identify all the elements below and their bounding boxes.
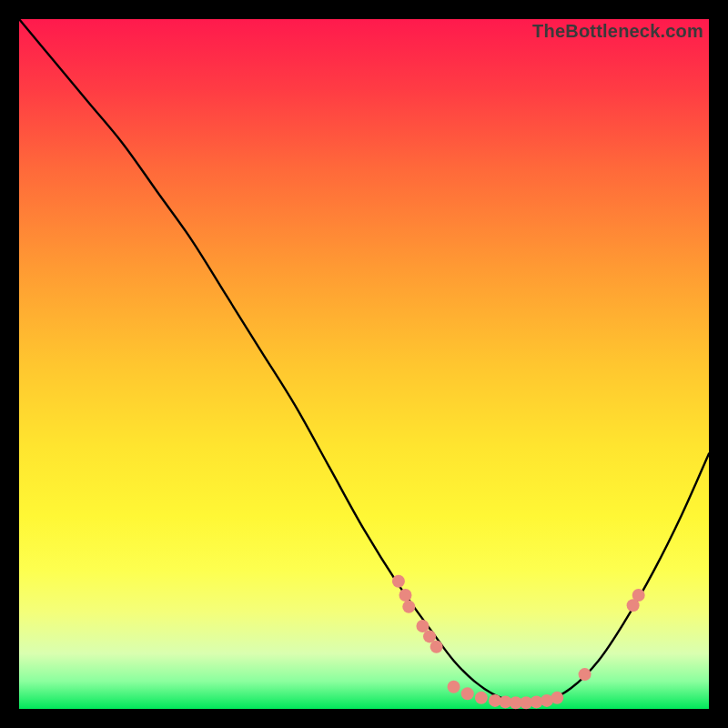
curve-marker — [423, 630, 436, 642]
curve-marker — [448, 681, 460, 693]
bottleneck-chart — [19, 19, 709, 709]
curve-marker — [392, 575, 405, 588]
chart-plot-area: TheBottleneck.com — [19, 19, 709, 709]
curve-marker — [402, 601, 415, 613]
curve-marker — [475, 692, 488, 704]
curve-marker — [399, 589, 411, 602]
curve-marker — [461, 687, 474, 700]
curve-marker — [579, 668, 592, 681]
curve-marker — [632, 589, 645, 602]
curve-marker — [430, 641, 443, 653]
curve-markers — [392, 575, 645, 709]
curve-marker — [551, 692, 563, 704]
bottleneck-curve-line — [19, 19, 709, 703]
curve-marker — [416, 620, 429, 632]
